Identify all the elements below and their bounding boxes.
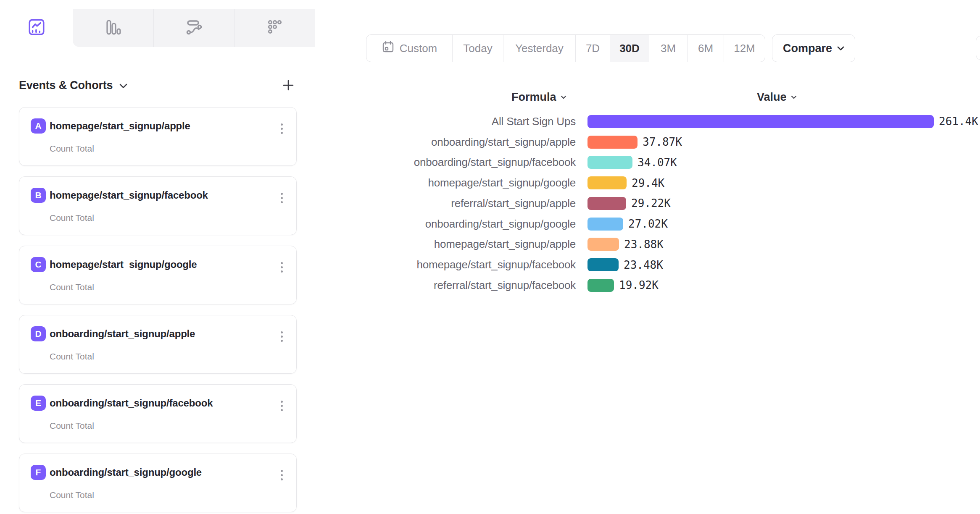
- kebab-menu-button[interactable]: [276, 120, 287, 137]
- event-metric[interactable]: Count Total: [50, 144, 94, 154]
- event-letter-badge: D: [31, 326, 46, 341]
- bar-value-label: 261.4K: [939, 115, 978, 128]
- range-6m[interactable]: 6M: [687, 35, 724, 62]
- kebab-icon: [281, 331, 283, 333]
- value-bar[interactable]: [587, 238, 619, 251]
- value-bar[interactable]: [587, 197, 626, 210]
- series-label: homepage/start_signup/facebook: [319, 258, 576, 271]
- tab-group-unselected: [73, 9, 315, 47]
- event-metric[interactable]: Count Total: [50, 421, 94, 431]
- range-custom[interactable]: Custom: [366, 35, 452, 62]
- range-7d[interactable]: 7D: [575, 35, 610, 62]
- event-letter-badge: E: [31, 396, 46, 411]
- tab-insights[interactable]: [0, 9, 73, 47]
- bar-value-label: 19.92K: [619, 279, 659, 291]
- series-label: onboarding/start_signup/google: [319, 218, 576, 231]
- event-metric[interactable]: Count Total: [50, 351, 94, 362]
- chevron-down-icon: [561, 95, 566, 99]
- compare-button[interactable]: Compare: [772, 34, 855, 62]
- range-30d[interactable]: 30D: [610, 35, 649, 62]
- clipped-toolbar-button[interactable]: [976, 36, 980, 60]
- tab-flows-report[interactable]: [153, 9, 234, 47]
- series-label: homepage/start_signup/google: [319, 176, 576, 189]
- chart-row: onboarding/start_signup/facebook34.07K: [319, 152, 980, 173]
- sidebar-divider: [317, 9, 317, 514]
- chart-row: homepage/start_signup/apple23.88K: [319, 234, 980, 255]
- chevron-down-icon: [119, 84, 127, 89]
- event-name: homepage/start_signup/apple: [50, 120, 190, 132]
- event-card[interactable]: D onboarding/start_signup/apple Count To…: [19, 315, 297, 374]
- chart-row: referral/start_signup/apple29.22K: [319, 193, 980, 214]
- event-metric[interactable]: Count Total: [50, 213, 94, 223]
- kebab-menu-button[interactable]: [276, 467, 287, 483]
- kebab-menu-button[interactable]: [276, 189, 287, 206]
- series-label: referral/start_signup/facebook: [319, 279, 576, 292]
- events-cohorts-title[interactable]: Events & Cohorts: [19, 79, 113, 92]
- series-label: homepage/start_signup/apple: [319, 238, 576, 251]
- event-card[interactable]: E onboarding/start_signup/facebook Count…: [19, 384, 297, 443]
- kebab-menu-button[interactable]: [276, 259, 287, 275]
- add-event-button[interactable]: [280, 77, 297, 94]
- value-column-header[interactable]: Value: [757, 89, 797, 105]
- event-name: onboarding/start_signup/facebook: [50, 397, 213, 409]
- range-label: 30D: [619, 42, 640, 55]
- range-3m[interactable]: 3M: [649, 35, 687, 62]
- retention-dots-icon: [266, 18, 284, 38]
- chart-row: referral/start_signup/facebook19.92K: [319, 275, 980, 296]
- value-bar[interactable]: [587, 115, 934, 128]
- kebab-menu-button[interactable]: [276, 397, 287, 414]
- range-yesterday[interactable]: Yesterday: [503, 35, 575, 62]
- calendar-icon: [382, 40, 395, 56]
- range-label: 7D: [586, 42, 600, 55]
- value-bar[interactable]: [587, 136, 638, 149]
- events-cohorts-header: Events & Cohorts: [19, 76, 297, 94]
- value-bar[interactable]: [587, 156, 632, 169]
- series-label: All Start Sign Ups: [319, 115, 576, 128]
- range-label: Today: [463, 42, 492, 55]
- event-card[interactable]: A homepage/start_signup/apple Count Tota…: [19, 107, 297, 166]
- bar-chart-icon: [104, 18, 122, 38]
- tab-bar-report[interactable]: [73, 9, 153, 47]
- range-12m[interactable]: 12M: [724, 35, 765, 62]
- formula-header-label: Formula: [511, 91, 556, 104]
- report-type-tabbar: [0, 9, 317, 47]
- chart-row: onboarding/start_signup/google27.02K: [319, 214, 980, 234]
- chart-row: homepage/start_signup/facebook23.48K: [319, 254, 980, 275]
- event-name: onboarding/start_signup/apple: [50, 328, 195, 340]
- bar-value-label: 29.22K: [631, 197, 671, 210]
- tab-retention-report[interactable]: [234, 9, 315, 47]
- value-bar[interactable]: [587, 218, 623, 231]
- chart-row: homepage/start_signup/google29.4K: [319, 173, 980, 193]
- value-bar[interactable]: [587, 176, 627, 189]
- value-bar[interactable]: [587, 279, 614, 292]
- event-card[interactable]: C homepage/start_signup/google Count Tot…: [19, 246, 297, 304]
- series-label: referral/start_signup/apple: [319, 197, 576, 210]
- formula-column-header[interactable]: Formula: [511, 89, 566, 105]
- kebab-menu-button[interactable]: [276, 328, 287, 345]
- bar-value-label: 37.87K: [643, 136, 682, 148]
- event-letter-badge: C: [31, 257, 46, 272]
- kebab-icon: [281, 123, 283, 126]
- chevron-down-icon: [837, 46, 844, 51]
- event-letter-badge: A: [31, 118, 46, 134]
- bar-value-label: 34.07K: [638, 156, 677, 169]
- value-header-label: Value: [757, 91, 787, 104]
- flows-icon: [185, 18, 203, 38]
- series-label: onboarding/start_signup/apple: [319, 136, 576, 149]
- bar-value-label: 29.4K: [632, 177, 664, 189]
- kebab-icon: [281, 470, 283, 472]
- event-metric[interactable]: Count Total: [50, 282, 94, 292]
- bar-chart: All Start Sign Ups261.4Konboarding/start…: [319, 111, 980, 296]
- chevron-down-icon: [791, 95, 797, 99]
- event-card-list: A homepage/start_signup/apple Count Tota…: [19, 107, 297, 514]
- event-card[interactable]: B homepage/start_signup/facebook Count T…: [19, 176, 297, 235]
- event-letter-badge: F: [31, 465, 46, 480]
- range-today[interactable]: Today: [452, 35, 503, 62]
- bar-value-label: 23.48K: [624, 259, 663, 271]
- chart-row: onboarding/start_signup/apple37.87K: [319, 132, 980, 152]
- event-card[interactable]: F onboarding/start_signup/google Count T…: [19, 454, 297, 512]
- event-metric[interactable]: Count Total: [50, 490, 94, 500]
- value-bar[interactable]: [587, 258, 619, 271]
- range-label: Yesterday: [515, 42, 564, 55]
- kebab-icon: [281, 401, 283, 403]
